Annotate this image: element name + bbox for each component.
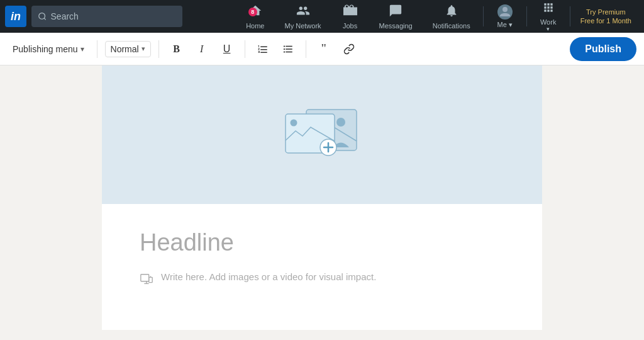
nav-item-home[interactable]: 8 Home [236, 0, 274, 33]
toolbar-divider-1 [97, 40, 97, 58]
toolbar-divider-4 [306, 40, 306, 58]
nav-item-me[interactable]: Me ▾ [486, 0, 524, 33]
link-button[interactable] [339, 39, 359, 59]
messaging-label: Messaging [379, 22, 413, 30]
work-chevron: ▾ [547, 26, 550, 32]
nav-divider-1 [483, 6, 484, 26]
format-select-chevron: ▾ [142, 45, 145, 53]
headline-field[interactable]: Headline [140, 229, 504, 256]
nav-divider-2 [526, 6, 527, 26]
nav-items: 8 Home My Network Jobs Messaging [236, 0, 639, 33]
publishing-menu-button[interactable]: Publishing menu ▾ [8, 40, 89, 58]
mynetwork-label: My Network [284, 22, 321, 30]
search-input[interactable] [51, 11, 176, 21]
editor-toolbar: Publishing menu ▾ Normal ▾ B I U " Publi… [0, 33, 644, 65]
notifications-label: Notifications [433, 22, 470, 30]
jobs-label: Jobs [343, 22, 357, 30]
work-label: Work [540, 18, 556, 26]
nav-item-mynetwork[interactable]: My Network [274, 0, 331, 33]
image-placeholder-icon [272, 100, 372, 169]
try-premium-button[interactable]: Try Premium Free for 1 Month [573, 8, 639, 26]
me-label: Me ▾ [497, 21, 513, 29]
nav-divider-3 [570, 6, 570, 26]
top-navigation: in 8 Home My Network Job [0, 0, 644, 33]
home-label: Home [246, 22, 264, 30]
messaging-icon [389, 4, 402, 21]
bold-button[interactable]: B [167, 39, 187, 59]
hero-image-area[interactable] [102, 65, 542, 204]
quote-button[interactable]: " [314, 39, 334, 59]
nav-item-work[interactable]: Work ▾ [530, 0, 567, 33]
publish-button[interactable]: Publish [570, 37, 636, 61]
publishing-menu-chevron: ▾ [80, 45, 84, 54]
ordered-list-button[interactable] [253, 39, 273, 59]
search-bar[interactable] [31, 6, 182, 27]
nav-item-notifications[interactable]: Notifications [423, 0, 480, 33]
mynetwork-icon [296, 4, 310, 21]
toolbar-divider-2 [158, 40, 159, 58]
home-badge: 8 [248, 8, 257, 16]
media-icon [140, 273, 153, 288]
notifications-icon [445, 4, 458, 21]
svg-point-7 [291, 120, 297, 127]
svg-point-2 [502, 7, 508, 12]
unordered-list-button[interactable] [278, 39, 298, 59]
svg-point-5 [336, 118, 345, 127]
svg-rect-11 [141, 275, 149, 281]
linkedin-logo[interactable]: in [5, 6, 26, 27]
article-area[interactable]: Headline Write here. Add images or a vid… [102, 204, 542, 330]
search-icon [38, 11, 47, 21]
main-content: Headline Write here. Add images or a vid… [0, 65, 644, 340]
home-icon: 8 [248, 4, 262, 21]
me-avatar-icon [497, 4, 513, 20]
underline-button[interactable]: U [217, 39, 237, 59]
body-field[interactable]: Write here. Add images or a video for vi… [140, 271, 504, 288]
nav-item-messaging[interactable]: Messaging [369, 0, 423, 33]
format-select-dropdown[interactable]: Normal ▾ [105, 41, 151, 57]
svg-point-0 [39, 13, 45, 20]
svg-rect-12 [149, 277, 153, 282]
jobs-icon [343, 4, 357, 21]
svg-line-1 [44, 18, 46, 20]
work-grid-icon [542, 1, 555, 17]
italic-button[interactable]: I [192, 39, 212, 59]
nav-item-jobs[interactable]: Jobs [331, 0, 369, 33]
toolbar-divider-3 [245, 40, 245, 58]
